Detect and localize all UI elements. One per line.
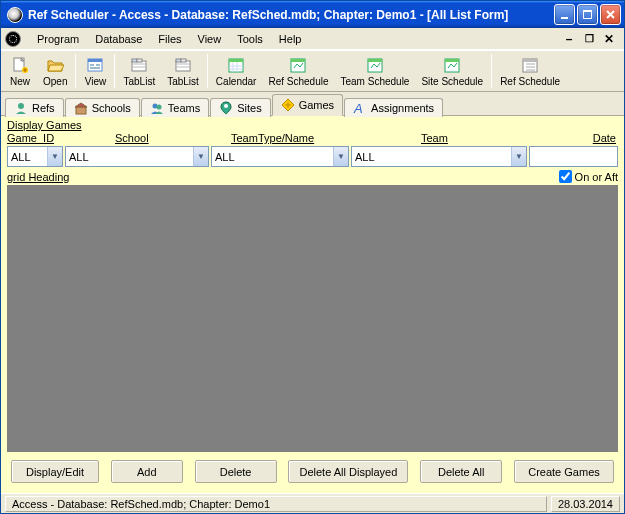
toolbar-calendar-button[interactable]: Calendar bbox=[210, 54, 263, 88]
svg-rect-17 bbox=[181, 59, 186, 62]
toolbar-tablist1-button[interactable]: TabList bbox=[117, 54, 161, 88]
col-school: School bbox=[63, 132, 207, 144]
menu-program[interactable]: Program bbox=[29, 31, 87, 47]
on-or-after-checkbox[interactable] bbox=[559, 170, 572, 183]
svg-rect-12 bbox=[137, 59, 142, 62]
tab-teams[interactable]: Teams bbox=[141, 98, 209, 117]
add-button[interactable]: Add bbox=[111, 460, 183, 483]
toolbar-separator bbox=[75, 54, 76, 88]
toolbar-separator bbox=[207, 54, 208, 88]
toolbar-open-button[interactable]: Open bbox=[37, 54, 73, 88]
main-window: Ref Scheduler - Access - Database: RefSc… bbox=[0, 0, 625, 514]
toolbar-separator bbox=[114, 54, 115, 88]
tab-sites[interactable]: Sites bbox=[210, 98, 270, 117]
maximize-button[interactable] bbox=[577, 4, 598, 25]
status-main: Access - Database: RefSched.mdb; Chapter… bbox=[5, 496, 547, 512]
svg-rect-33 bbox=[523, 59, 537, 62]
teams-icon bbox=[150, 101, 164, 115]
menu-view[interactable]: View bbox=[190, 31, 230, 47]
svg-point-40 bbox=[156, 105, 161, 110]
toolbar: New Open View TabList TabList Calendar R… bbox=[1, 50, 624, 92]
svg-rect-8 bbox=[96, 64, 100, 66]
titlebar: Ref Scheduler - Access - Database: RefSc… bbox=[1, 1, 624, 28]
svg-rect-9 bbox=[90, 67, 100, 69]
assignments-icon: A bbox=[353, 101, 367, 115]
svg-rect-11 bbox=[132, 59, 137, 62]
on-or-after-label: On or Aft bbox=[575, 171, 618, 183]
minimize-button[interactable] bbox=[554, 4, 575, 25]
toolbar-tablist2-button[interactable]: TabList bbox=[161, 54, 205, 88]
window-title: Ref Scheduler - Access - Database: RefSc… bbox=[28, 8, 554, 22]
tab-list-icon bbox=[173, 55, 193, 75]
mdi-close-button[interactable]: ✕ bbox=[602, 32, 616, 46]
delete-all-button[interactable]: Delete All bbox=[420, 460, 502, 483]
toolbar-new-button[interactable]: New bbox=[3, 54, 37, 88]
menu-help[interactable]: Help bbox=[271, 31, 310, 47]
delete-button[interactable]: Delete bbox=[195, 460, 277, 483]
display-edit-button[interactable]: Display/Edit bbox=[11, 460, 99, 483]
mdi-minimize-button[interactable]: – bbox=[562, 32, 576, 46]
toolbar-view-button[interactable]: View bbox=[78, 54, 112, 88]
games-grid[interactable] bbox=[7, 185, 618, 452]
svg-point-37 bbox=[18, 103, 24, 109]
svg-rect-38 bbox=[76, 107, 86, 114]
tabbar: Refs Schools Teams Sites Games A Assignm… bbox=[1, 92, 624, 116]
svg-rect-29 bbox=[368, 59, 382, 62]
tab-games[interactable]: Games bbox=[272, 94, 343, 116]
toolbar-refschedule2-button[interactable]: Ref Schedule bbox=[494, 54, 566, 88]
toolbar-teamschedule-button[interactable]: Team Schedule bbox=[334, 54, 415, 88]
button-row: Display/Edit Add Delete Delete All Displ… bbox=[5, 452, 620, 489]
content-area: Display Games Game_ID School TeamType/Na… bbox=[1, 116, 624, 493]
site-pin-icon bbox=[219, 101, 233, 115]
person-icon bbox=[14, 101, 28, 115]
create-games-button[interactable]: Create Games bbox=[514, 460, 614, 483]
mdi-app-icon[interactable] bbox=[5, 31, 21, 47]
dropdown-arrow-icon: ▼ bbox=[47, 147, 62, 166]
grid-heading-label: grid Heading bbox=[7, 171, 69, 183]
schedule-team-icon bbox=[365, 55, 385, 75]
col-teamtype: TeamType/Name bbox=[207, 132, 345, 144]
filter-game-id-combo[interactable]: ALL▼ bbox=[7, 146, 63, 167]
svg-rect-6 bbox=[88, 59, 102, 62]
dropdown-arrow-icon: ▼ bbox=[193, 147, 208, 166]
tab-refs[interactable]: Refs bbox=[5, 98, 64, 117]
toolbar-separator bbox=[491, 54, 492, 88]
svg-point-41 bbox=[224, 104, 228, 108]
svg-rect-0 bbox=[561, 17, 568, 19]
app-icon bbox=[7, 7, 23, 23]
close-button[interactable] bbox=[600, 4, 621, 25]
schedule-ref-icon bbox=[288, 55, 308, 75]
delete-all-displayed-button[interactable]: Delete All Displayed bbox=[288, 460, 408, 483]
filter-teamtype-combo[interactable]: ALL▼ bbox=[211, 146, 349, 167]
svg-rect-27 bbox=[291, 59, 305, 62]
svg-rect-16 bbox=[176, 59, 181, 62]
col-date: Date bbox=[521, 132, 618, 144]
display-games-label: Display Games bbox=[5, 118, 620, 132]
schedule-site-icon bbox=[442, 55, 462, 75]
col-team: Team bbox=[345, 132, 521, 144]
menu-database[interactable]: Database bbox=[87, 31, 150, 47]
svg-rect-21 bbox=[229, 59, 243, 62]
new-document-icon bbox=[10, 55, 30, 75]
svg-rect-2 bbox=[583, 10, 592, 12]
tab-schools[interactable]: Schools bbox=[65, 98, 140, 117]
dropdown-arrow-icon: ▼ bbox=[333, 147, 348, 166]
statusbar: Access - Database: RefSched.mdb; Chapter… bbox=[1, 493, 624, 513]
tab-assignments[interactable]: A Assignments bbox=[344, 98, 443, 117]
toolbar-siteschedule-button[interactable]: Site Schedule bbox=[415, 54, 489, 88]
menubar: Program Database Files View Tools Help –… bbox=[1, 28, 624, 50]
filter-team-combo[interactable]: ALL▼ bbox=[351, 146, 527, 167]
filter-school-combo[interactable]: ALL▼ bbox=[65, 146, 209, 167]
menu-tools[interactable]: Tools bbox=[229, 31, 271, 47]
schedule-icon bbox=[520, 55, 540, 75]
view-form-icon bbox=[85, 55, 105, 75]
mdi-restore-button[interactable]: ❐ bbox=[582, 33, 596, 44]
tab-list-icon bbox=[129, 55, 149, 75]
toolbar-refschedule-button[interactable]: Ref Schedule bbox=[262, 54, 334, 88]
col-game-id: Game_ID bbox=[7, 132, 63, 144]
games-diamond-icon bbox=[281, 98, 295, 112]
filter-date-input[interactable] bbox=[529, 146, 618, 167]
menu-files[interactable]: Files bbox=[150, 31, 189, 47]
dropdown-arrow-icon: ▼ bbox=[511, 147, 526, 166]
svg-text:A: A bbox=[353, 101, 363, 115]
